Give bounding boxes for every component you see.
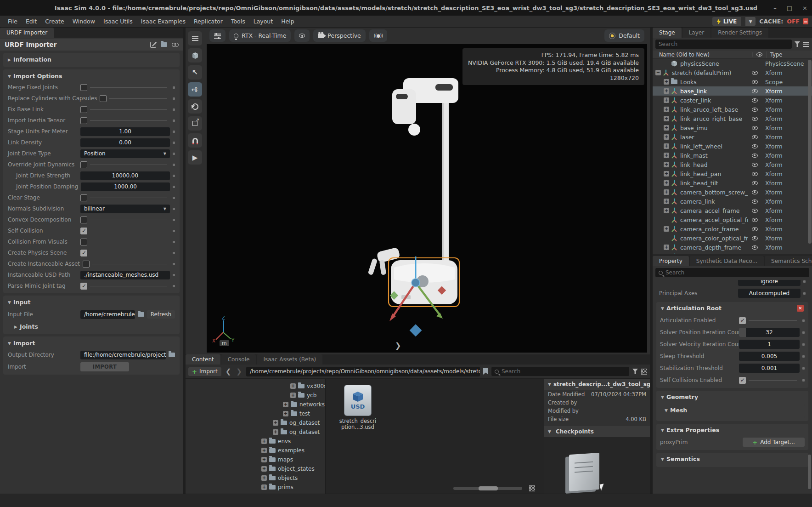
option-value-field[interactable]: ./instanceable_meshes.usd	[80, 271, 170, 279]
stage-tree-row[interactable]: Looks Scope	[653, 77, 812, 86]
expand-icon[interactable]	[664, 199, 669, 204]
close-button[interactable]: ×	[802, 5, 807, 11]
visibility-eye-icon[interactable]	[752, 218, 758, 222]
visibility-eye-icon[interactable]	[752, 209, 758, 213]
browse-folder-icon[interactable]	[138, 312, 144, 317]
stage-tree-row[interactable]: base_link Xform	[653, 86, 812, 96]
expand-icon[interactable]	[664, 189, 669, 195]
folder-tree-row[interactable]: networks	[186, 400, 325, 409]
visibility-eye-icon[interactable]	[752, 71, 758, 75]
options-menu-icon[interactable]	[803, 42, 809, 47]
property-tab[interactable]: Semantics Schema...	[765, 256, 812, 266]
live-button[interactable]: LIVE	[712, 17, 742, 26]
viewport-canvas[interactable]: FPS: 171.94, Frame time: 5.82 ms NVIDIA …	[207, 44, 647, 353]
expand-icon[interactable]	[664, 88, 669, 94]
information-header[interactable]: ▶ Information	[3, 54, 180, 65]
clipped-value-button[interactable]: ignore	[738, 280, 801, 286]
scale-tool-button[interactable]	[188, 116, 202, 131]
expand-icon[interactable]	[664, 226, 669, 232]
visibility-eye-icon[interactable]	[752, 245, 758, 250]
filter-icon[interactable]	[632, 369, 638, 374]
option-value-field[interactable]: 0.00	[80, 138, 170, 147]
visibility-eye-icon[interactable]	[752, 117, 758, 121]
option-value-field[interactable]: 10000.00	[80, 171, 170, 180]
filter-icon[interactable]	[795, 41, 800, 47]
stage-tree-row[interactable]: link_aruco_right_base Xform	[653, 114, 812, 123]
stage-tab[interactable]: Layer	[682, 28, 710, 38]
maximize-button[interactable]: □	[787, 5, 792, 11]
stage-tree-row[interactable]: link_head_pan Xform	[653, 169, 812, 178]
visibility-eye-icon[interactable]	[752, 172, 758, 176]
checkpoints-header[interactable]: ▼ Checkpoints	[544, 426, 650, 437]
content-tab[interactable]: Console	[221, 354, 256, 365]
visibility-eye-icon[interactable]	[752, 181, 758, 185]
expand-icon[interactable]	[664, 134, 669, 140]
mesh-header[interactable]: ▼ Mesh	[660, 404, 805, 416]
content-import-button[interactable]: + Import	[188, 367, 221, 376]
rotate-tool-button[interactable]	[188, 99, 202, 114]
expand-icon[interactable]	[261, 448, 267, 453]
option-checkbox[interactable]	[80, 239, 87, 245]
stage-tree-row[interactable]: physicsScene PhysicsScene	[653, 59, 812, 68]
expand-icon[interactable]	[273, 429, 278, 435]
property-value-field[interactable]: 32	[739, 328, 800, 337]
slider-handle[interactable]	[479, 486, 498, 490]
expand-icon[interactable]	[261, 457, 267, 462]
viewport-menu-button[interactable]	[188, 31, 202, 46]
open-folder-icon[interactable]	[161, 42, 167, 47]
folder-tree-row[interactable]: maps	[186, 455, 325, 464]
option-checkbox[interactable]	[80, 194, 87, 201]
folder-tree-row[interactable]: test	[186, 409, 325, 418]
view-mode-icon[interactable]	[641, 369, 647, 375]
thumbnail-size-slider[interactable]	[453, 487, 522, 490]
visibility-eye-icon[interactable]	[752, 98, 758, 103]
expand-icon[interactable]	[664, 116, 669, 121]
back-button[interactable]: ❮	[225, 367, 232, 376]
path-breadcrumb-field[interactable]: /home/cremebrule/projects/repo/OmniGibso…	[246, 367, 480, 376]
expand-toolbar-chevron[interactable]: ❯	[395, 341, 401, 350]
stage-tree-row[interactable]: base_imu Xform	[653, 123, 812, 132]
menu-item[interactable]: Tools	[227, 18, 249, 25]
visibility-eye-icon[interactable]	[752, 80, 758, 84]
stage-tree-row[interactable]: link_aruco_left_base Xform	[653, 105, 812, 114]
file-info-title[interactable]: ▼ stretch_descrip...t_dw3_tool_sg3	[544, 379, 650, 390]
select-mode-button[interactable]	[188, 48, 202, 63]
option-value-field[interactable]: 1.00	[80, 127, 170, 136]
menu-item[interactable]: Window	[68, 18, 99, 25]
expand-icon[interactable]	[664, 208, 669, 213]
content-tab[interactable]: Isaac Assets (Beta)	[257, 354, 322, 365]
add-target-button[interactable]: + Add Target...	[743, 438, 805, 447]
property-tab[interactable]: Property	[653, 256, 689, 266]
folder-tree-row[interactable]: ycb	[186, 391, 325, 400]
folder-tree-row[interactable]: og_dataset	[186, 418, 325, 427]
stage-tree-row[interactable]: camera_accel_frame Xform	[653, 206, 812, 215]
snap-tool-button[interactable]	[188, 133, 202, 148]
visibility-button[interactable]	[294, 29, 310, 42]
stage-scrollbar[interactable]	[808, 60, 812, 244]
stage-tree-row[interactable]: link_mast Xform	[653, 151, 812, 160]
option-checkbox[interactable]	[80, 228, 87, 234]
bookmark-icon[interactable]	[483, 368, 488, 375]
stage-tree-row[interactable]: link_left_wheel Xform	[653, 142, 812, 151]
option-checkbox[interactable]	[80, 216, 87, 223]
refresh-button[interactable]: Refresh	[147, 310, 175, 319]
remove-component-button[interactable]: ✕	[797, 305, 804, 312]
audio-button[interactable]: ((●))	[369, 29, 387, 42]
minimize-button[interactable]: –	[773, 5, 777, 11]
expand-icon[interactable]	[664, 180, 669, 186]
browse-folder-icon[interactable]	[169, 353, 175, 357]
option-checkbox[interactable]	[80, 161, 87, 168]
move-tool-button[interactable]	[188, 82, 202, 97]
menu-item[interactable]: Help	[277, 18, 299, 25]
property-value-field[interactable]: 1	[739, 340, 800, 349]
visibility-eye-icon[interactable]	[752, 135, 758, 139]
visibility-eye-icon[interactable]	[752, 227, 758, 231]
usd-file-item[interactable]: USD stretch_descri ption...3.usd	[335, 385, 381, 430]
expand-icon[interactable]	[261, 484, 267, 490]
content-file-grid[interactable]: USD stretch_descri ption...3.usd	[326, 379, 544, 494]
cursor-tool-button[interactable]: ↖	[188, 65, 202, 80]
stage-tree-row[interactable]: camera_color_frame Xform	[653, 224, 812, 234]
stage-tree-row[interactable]: link_head_tilt Xform	[653, 178, 812, 188]
import-header[interactable]: ▼ Import	[3, 337, 180, 349]
import-options-header[interactable]: ▼ Import Options	[3, 70, 180, 82]
